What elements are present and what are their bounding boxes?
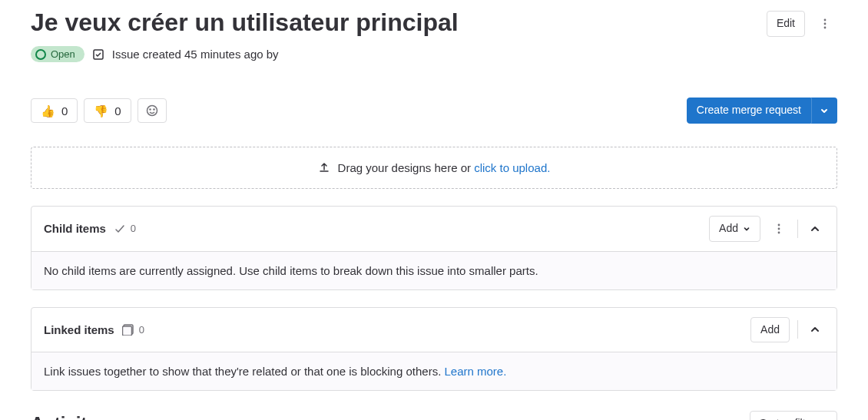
chevron-up-icon (809, 223, 821, 235)
thumbs-down-button[interactable]: 👎 0 (84, 98, 131, 123)
svg-point-7 (778, 223, 780, 226)
thumbs-up-button[interactable]: 👍 0 (31, 98, 78, 123)
upload-icon (318, 161, 330, 174)
svg-point-8 (778, 227, 780, 230)
child-items-more-button[interactable] (768, 220, 790, 238)
issue-type-icon (92, 48, 104, 61)
linked-items-collapse-button[interactable] (806, 320, 824, 339)
issue-created-text: Issue created 45 minutes ago by (112, 48, 279, 61)
linked-items-add-button[interactable]: Add (750, 317, 790, 343)
linked-items-body: Link issues together to show that they'r… (31, 352, 837, 390)
child-items-count: 0 (114, 223, 136, 235)
checkmark-icon (114, 223, 126, 235)
status-text: Open (51, 48, 75, 60)
actions-row: 👍 0 👎 0 Create merge request (31, 98, 837, 124)
chevron-down-icon (820, 106, 829, 115)
chevron-down-icon (743, 225, 750, 233)
add-reaction-button[interactable] (137, 98, 167, 123)
dropzone-prefix: Drag your designs here or (338, 161, 475, 174)
issue-title: Je veux créer un utilisateur principal (31, 8, 459, 37)
svg-point-1 (824, 22, 827, 25)
sort-filter-button[interactable]: Sort or filter (750, 411, 837, 420)
svg-point-6 (154, 109, 154, 110)
issue-meta: Open Issue created 45 minutes ago by (31, 46, 837, 62)
child-items-empty-text: No child items are currently assigned. U… (31, 251, 837, 289)
status-badge: Open (31, 46, 84, 62)
child-items-panel: Child items 0 Add (31, 206, 837, 290)
thumbs-down-count: 0 (114, 105, 121, 117)
thumbs-up-count: 0 (61, 105, 68, 117)
more-actions-button[interactable] (813, 13, 837, 35)
linked-items-count-value: 0 (139, 324, 144, 336)
child-items-add-label: Add (719, 221, 738, 236)
reactions-group: 👍 0 👎 0 (31, 98, 167, 123)
link-icon (122, 323, 134, 336)
child-items-collapse-button[interactable] (806, 220, 824, 238)
edit-button[interactable]: Edit (767, 11, 805, 37)
child-items-title: Child items (44, 222, 106, 235)
create-mr-group: Create merge request (687, 98, 837, 124)
divider (797, 320, 798, 339)
dropzone-text: Drag your designs here or click to uploa… (338, 161, 551, 174)
sort-filter-label: Sort or filter (760, 416, 815, 420)
smile-icon (146, 104, 158, 117)
design-dropzone[interactable]: Drag your designs here or click to uploa… (31, 147, 837, 189)
activity-title: Activity (31, 413, 98, 420)
activity-section-header: Activity Sort or filter (31, 411, 837, 420)
kebab-icon (819, 18, 831, 30)
divider (797, 220, 798, 238)
create-mr-dropdown-button[interactable] (811, 98, 837, 124)
svg-point-9 (778, 231, 780, 233)
svg-point-4 (147, 106, 157, 116)
header-actions: Edit (767, 8, 837, 37)
linked-items-panel: Linked items 0 Add Link issues together … (31, 307, 837, 392)
linked-items-body-text: Link issues together to show that they'r… (44, 365, 445, 378)
linked-items-count: 0 (122, 323, 144, 336)
linked-items-learn-more-link[interactable]: Learn more. (445, 365, 507, 378)
open-status-icon (35, 49, 46, 60)
kebab-icon (773, 223, 785, 235)
dropzone-upload-link[interactable]: click to upload. (474, 161, 550, 174)
svg-point-5 (150, 109, 151, 110)
thumbs-down-icon: 👎 (94, 105, 108, 117)
child-items-add-button[interactable]: Add (709, 216, 760, 242)
thumbs-up-icon: 👍 (41, 105, 55, 117)
svg-rect-11 (122, 326, 131, 336)
linked-items-title: Linked items (44, 323, 114, 336)
child-items-count-value: 0 (131, 223, 136, 234)
svg-point-0 (824, 18, 827, 21)
chevron-up-icon (809, 323, 821, 336)
svg-point-2 (824, 26, 827, 28)
create-merge-request-button[interactable]: Create merge request (687, 98, 811, 124)
